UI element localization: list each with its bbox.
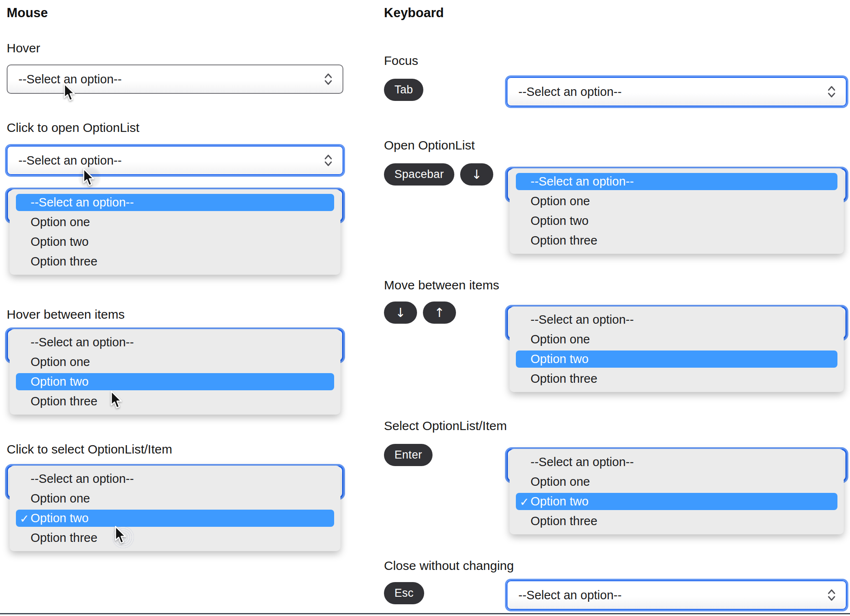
option-two[interactable]: Option two xyxy=(10,232,340,252)
option-label: Option two xyxy=(531,495,589,508)
select-trigger-focused[interactable]: --Select an option-- xyxy=(7,146,343,175)
option-one[interactable]: Option one xyxy=(510,191,844,211)
option-placeholder-highlighted[interactable]: --Select an option-- xyxy=(16,194,334,211)
select-trigger-focused[interactable]: --Select an option-- xyxy=(507,77,847,106)
optionlist: --Select an option-- Option one Option t… xyxy=(510,168,844,254)
mouse-column: Mouse Hover --Select an option-- Click t… xyxy=(7,0,343,551)
select-value: --Select an option-- xyxy=(518,588,622,602)
option-two[interactable]: Option two xyxy=(510,211,844,231)
key-badges: Spacebar ↓ xyxy=(384,162,507,186)
key-arrow-down: ↓ xyxy=(384,302,417,324)
option-placeholder[interactable]: --Select an option-- xyxy=(510,310,844,330)
select-trigger-focused[interactable]: --Select an option-- xyxy=(507,580,847,610)
option-one[interactable]: Option one xyxy=(10,489,340,508)
keyboard-heading: Keyboard xyxy=(384,5,847,21)
keyboard-row-focus: Tab --Select an option-- xyxy=(384,77,847,106)
page-bottom-divider xyxy=(0,613,850,614)
checkmark-icon: ✓ xyxy=(520,495,529,508)
section-label-select: Select OptionList/Item xyxy=(384,418,847,434)
option-placeholder-highlighted[interactable]: --Select an option-- xyxy=(516,173,837,190)
option-three[interactable]: Option three xyxy=(10,528,340,548)
option-placeholder[interactable]: --Select an option-- xyxy=(10,469,340,489)
select-stepper-icon xyxy=(827,588,837,602)
key-spacebar: Spacebar xyxy=(384,163,454,186)
key-badges: Enter xyxy=(384,442,507,466)
checkmark-icon: ✓ xyxy=(20,512,29,525)
option-two-highlighted[interactable]: Option two xyxy=(16,373,334,390)
optionlist: --Select an option-- Option one ✓ Option… xyxy=(10,466,340,551)
page: Mouse Hover --Select an option-- Click t… xyxy=(0,0,850,616)
option-two-selected[interactable]: ✓ Option two xyxy=(16,510,334,527)
option-one[interactable]: Option one xyxy=(510,330,844,349)
key-arrow-up: ↑ xyxy=(423,302,456,324)
option-two-highlighted[interactable]: Option two xyxy=(516,351,837,368)
select-value: --Select an option-- xyxy=(518,85,622,99)
optionlist-open: --Select an option-- Option one Option t… xyxy=(507,168,847,254)
section-label-click-open: Click to open OptionList xyxy=(7,120,343,136)
section-label-click-select: Click to select OptionList/Item xyxy=(7,441,343,457)
mouse-cursor-icon xyxy=(82,168,95,188)
optionlist-open-hover: --Select an option-- Option one Option t… xyxy=(7,329,343,415)
option-one[interactable]: Option one xyxy=(10,352,340,372)
select-stepper-icon xyxy=(323,72,333,86)
option-three[interactable]: Option three xyxy=(510,369,844,389)
option-label: Option two xyxy=(31,511,89,525)
optionlist: --Select an option-- Option one Option t… xyxy=(10,189,340,275)
section-label-hover-items: Hover between items xyxy=(7,307,343,322)
section-label-close: Close without changing xyxy=(384,558,847,574)
key-enter: Enter xyxy=(384,444,433,466)
option-three[interactable]: Option three xyxy=(510,511,844,531)
keyboard-row-close: Esc --Select an option-- xyxy=(384,580,847,610)
optionlist-open: --Select an option-- Option one ✓ Option… xyxy=(507,449,847,534)
section-label-focus: Focus xyxy=(384,53,847,69)
option-one[interactable]: Option one xyxy=(510,472,844,492)
key-esc: Esc xyxy=(384,582,424,604)
keyboard-column: Keyboard Focus Tab --Select an option-- … xyxy=(384,0,847,610)
key-tab: Tab xyxy=(384,79,423,101)
option-three[interactable]: Option three xyxy=(10,392,340,411)
option-one[interactable]: Option one xyxy=(10,212,340,232)
key-arrow-down: ↓ xyxy=(460,163,493,186)
option-three[interactable]: Option three xyxy=(10,252,340,271)
optionlist: --Select an option-- Option one ✓ Option… xyxy=(510,449,844,534)
select-trigger-hover[interactable]: --Select an option-- xyxy=(7,64,343,94)
mouse-heading: Mouse xyxy=(7,5,343,21)
key-badges: ↓ ↑ xyxy=(384,300,507,324)
option-three[interactable]: Option three xyxy=(510,231,844,250)
optionlist-open-click: --Select an option-- Option one Option t… xyxy=(7,189,343,275)
optionlist: --Select an option-- Option one Option t… xyxy=(10,329,340,415)
key-badges: Tab xyxy=(384,77,507,101)
select-stepper-icon xyxy=(323,154,333,167)
section-label-hover: Hover xyxy=(7,40,343,56)
keyboard-row-open: Spacebar ↓ --Select an option-- Option o… xyxy=(384,162,847,254)
mouse-cursor-icon xyxy=(63,83,76,103)
section-label-open: Open OptionList xyxy=(384,137,847,153)
mouse-cursor-icon xyxy=(110,391,123,410)
select-value: --Select an option-- xyxy=(18,154,122,168)
optionlist: --Select an option-- Option one Option t… xyxy=(510,307,844,392)
section-label-move: Move between items xyxy=(384,277,847,293)
option-placeholder[interactable]: --Select an option-- xyxy=(510,452,844,472)
select-stepper-icon xyxy=(827,85,837,98)
option-two-selected[interactable]: ✓ Option two xyxy=(516,493,837,510)
mouse-cursor-icon xyxy=(114,526,127,545)
optionlist-open-select: --Select an option-- Option one ✓ Option… xyxy=(7,466,343,551)
key-badges: Esc xyxy=(384,580,507,604)
option-placeholder[interactable]: --Select an option-- xyxy=(10,332,340,352)
optionlist-open: --Select an option-- Option one Option t… xyxy=(507,307,847,392)
keyboard-row-select: Enter --Select an option-- Option one ✓ … xyxy=(384,442,847,534)
keyboard-row-move: ↓ ↑ --Select an option-- Option one Opti… xyxy=(384,300,847,392)
